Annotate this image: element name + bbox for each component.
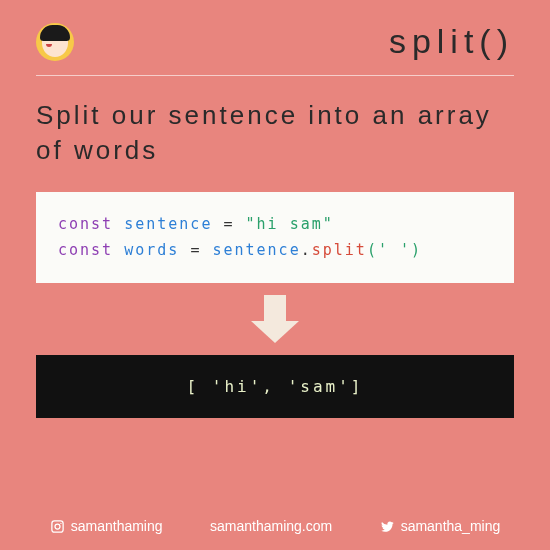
variable: words: [124, 241, 179, 259]
page-title: split(): [389, 22, 514, 61]
arguments: (' '): [367, 241, 422, 259]
instagram-text: samanthaming: [71, 518, 163, 534]
twitter-handle: samantha_ming: [380, 518, 501, 534]
website-link: samanthaming.com: [210, 518, 332, 534]
subtitle: Split our sentence into an array of word…: [36, 98, 514, 168]
variable: sentence: [124, 215, 212, 233]
avatar: [36, 23, 74, 61]
twitter-icon: [380, 519, 395, 534]
operator: =: [190, 241, 201, 259]
website-text: samanthaming.com: [210, 518, 332, 534]
twitter-text: samantha_ming: [401, 518, 501, 534]
output-block: [ 'hi', 'sam']: [36, 355, 514, 418]
code-line-1: const sentence = "hi sam": [58, 212, 492, 238]
object-ref: sentence: [212, 241, 300, 259]
keyword: const: [58, 215, 113, 233]
string-literal: "hi sam": [246, 215, 334, 233]
dot: .: [301, 241, 312, 259]
method-name: split: [312, 241, 367, 259]
divider: [36, 75, 514, 76]
footer: samanthaming samanthaming.com samantha_m…: [0, 518, 550, 534]
instagram-icon: [50, 519, 65, 534]
code-block: const sentence = "hi sam" const words = …: [36, 192, 514, 283]
arrow-icon: [0, 295, 550, 343]
keyword: const: [58, 241, 113, 259]
operator: =: [223, 215, 234, 233]
code-line-2: const words = sentence.split(' '): [58, 238, 492, 264]
instagram-handle: samanthaming: [50, 518, 163, 534]
